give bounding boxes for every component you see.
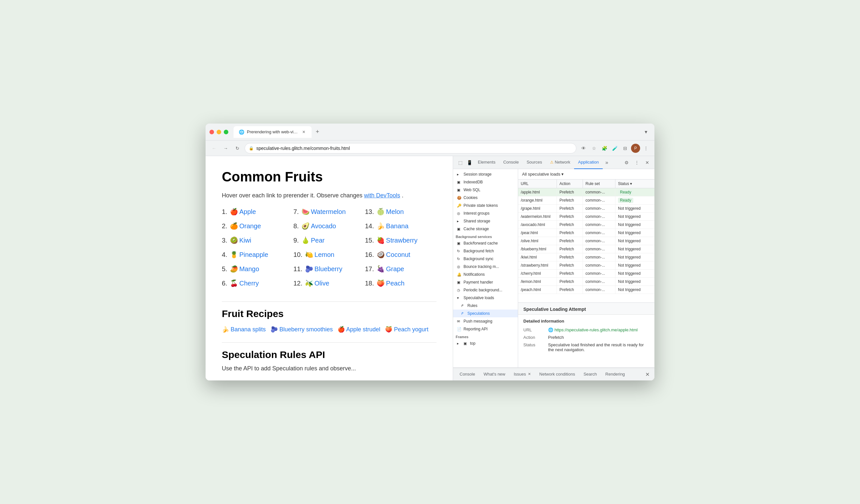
table-row[interactable]: /olive.html Prefetch common-... Not trig… — [518, 237, 655, 245]
fruit-link-melon[interactable]: Melon — [386, 208, 404, 216]
tab-application[interactable]: Application — [574, 156, 603, 169]
more-tabs-button[interactable]: » — [603, 160, 611, 165]
url-value: 🌐 https://speculative-rules.glitch.me/ap… — [548, 328, 649, 332]
active-tab[interactable]: 🌐 Prerendering with web-vitals... ✕ — [233, 126, 312, 138]
recipe-link-apple[interactable]: Apple strudel — [346, 326, 380, 333]
table-row[interactable]: /peach.html Prefetch common-... Not trig… — [518, 286, 655, 294]
devtools-link[interactable]: with DevTools — [364, 192, 400, 199]
sidebar-item-session-storage[interactable]: ▸ Session storage — [453, 170, 518, 178]
table-row[interactable]: /strawberry.html Prefetch common-... Not… — [518, 261, 655, 270]
fruit-link-kiwi[interactable]: Kiwi — [239, 237, 252, 244]
table-row[interactable]: /apple.html Prefetch common-... Ready — [518, 188, 655, 197]
speculative-dropdown[interactable]: All speculative loads ▾ — [522, 172, 564, 176]
sidebar-item-top[interactable]: ▸ ▣ top — [453, 340, 518, 347]
sidebar-item-bg-sync[interactable]: ↻ Background sync — [453, 255, 518, 263]
sidebar-item-bg-fetch[interactable]: ↻ Background fetch — [453, 247, 518, 255]
fruit-link-pineapple[interactable]: Pineapple — [239, 251, 268, 259]
split-icon[interactable]: ⊟ — [621, 144, 630, 153]
minimize-button[interactable] — [217, 130, 221, 134]
devtools-inspect-icon[interactable]: ⬚ — [456, 158, 465, 167]
recipe-link-blueberry[interactable]: Blueberry smoothies — [280, 326, 333, 333]
eyedropper-icon[interactable]: 🧪 — [610, 144, 619, 153]
bottom-close-button[interactable]: ✕ — [643, 370, 652, 379]
new-tab-button[interactable]: + — [313, 128, 322, 136]
sidebar-item-payment[interactable]: ▣ Payment handler — [453, 278, 518, 286]
sidebar-item-notifications[interactable]: 🔔 Notifications — [453, 271, 518, 278]
bottom-tab-issues[interactable]: Issues ✕ — [510, 368, 535, 380]
fruit-link-blueberry[interactable]: Blueberry — [315, 265, 343, 273]
table-row[interactable]: /blueberry.html Prefetch common-... Not … — [518, 245, 655, 253]
fruit-link-watermelon[interactable]: Watermelon — [311, 208, 346, 216]
sidebar-item-rules[interactable]: ↱ Rules — [453, 302, 518, 309]
fruit-col-3: 13. 🍈 Melon 14. 🍌 Banana 15. 🍓 Strawberr… — [365, 208, 436, 293]
url-bar[interactable]: 🔒 speculative-rules.glitch.me/common-fru… — [245, 143, 576, 154]
recipe-link-peach[interactable]: Peach yogurt — [394, 326, 428, 333]
table-row[interactable]: /avocado.html Prefetch common-... Not tr… — [518, 221, 655, 229]
bottom-tab-rendering[interactable]: Rendering — [601, 368, 629, 380]
bookmark-icon[interactable]: ☆ — [589, 144, 599, 153]
fruit-link-cherry[interactable]: Cherry — [239, 279, 259, 287]
table-row[interactable]: /kiwi.html Prefetch common-... Not trigg… — [518, 253, 655, 261]
recipe-link-banana[interactable]: Banana splits — [231, 326, 266, 333]
devtools-menu-button[interactable]: ⋮ — [632, 158, 642, 167]
sidebar-item-push-messaging[interactable]: ✉ Push messaging — [453, 317, 518, 325]
devtools-close-button[interactable]: ✕ — [643, 158, 652, 167]
fruit-link-grape[interactable]: Grape — [386, 265, 404, 273]
fruit-link-mango[interactable]: Mango — [239, 265, 259, 273]
tab-console[interactable]: Console — [499, 156, 523, 169]
fullscreen-button[interactable] — [224, 130, 228, 134]
tab-close-button[interactable]: ✕ — [301, 129, 306, 135]
table-row[interactable]: /pear.html Prefetch common-... Not trigg… — [518, 229, 655, 237]
sidebar-item-periodic-bg[interactable]: ◷ Periodic background... — [453, 286, 518, 294]
sidebar-item-speculative-loads[interactable]: ▾ Speculative loads — [453, 294, 518, 302]
sidebar-item-private-state[interactable]: 🔑 Private state tokens — [453, 202, 518, 210]
table-row[interactable]: /watermelon.html Prefetch common-... Not… — [518, 213, 655, 221]
cookie-icon: 🍪 — [457, 196, 461, 200]
col-status[interactable]: Status ▾ — [615, 179, 655, 188]
fruit-link-strawberry[interactable]: Strawberry — [386, 237, 418, 244]
table-row[interactable]: /orange.html Prefetch common-... Ready — [518, 197, 655, 204]
devtools-device-icon[interactable]: 📱 — [465, 158, 474, 167]
tab-elements[interactable]: Elements — [474, 156, 499, 169]
extension-icon[interactable]: 🧩 — [600, 144, 609, 153]
fruit-link-coconut[interactable]: Coconut — [386, 251, 411, 259]
fruit-link-pear[interactable]: Pear — [311, 237, 325, 244]
sidebar-item-bfcache[interactable]: ▣ Back/forward cache — [453, 239, 518, 247]
fruit-link-apple[interactable]: Apple — [239, 208, 256, 216]
profile-avatar[interactable]: P — [631, 144, 640, 153]
bottom-tab-search[interactable]: Search — [579, 368, 601, 380]
issues-close-icon[interactable]: ✕ — [528, 372, 531, 376]
detail-url-link[interactable]: https://speculative-rules.glitch.me/appl… — [555, 328, 638, 332]
menu-icon[interactable]: ⋮ — [642, 144, 650, 153]
sidebar-item-cache-storage[interactable]: ▣ Cache storage — [453, 225, 518, 233]
fruit-link-peach[interactable]: Peach — [386, 279, 405, 287]
settings-button[interactable]: ⚙ — [622, 158, 631, 167]
tab-sources[interactable]: Sources — [523, 156, 546, 169]
sidebar-item-cookies[interactable]: 🍪 Cookies — [453, 194, 518, 202]
sidebar-item-websql[interactable]: ▣ Web SQL — [453, 186, 518, 194]
table-row[interactable]: /lemon.html Prefetch common-... Not trig… — [518, 278, 655, 286]
sidebar-item-interest-groups[interactable]: ◎ Interest groups — [453, 210, 518, 217]
sidebar-item-bounce[interactable]: ◎ Bounce tracking m... — [453, 263, 518, 271]
sidebar-item-reporting[interactable]: 📄 Reporting API — [453, 325, 518, 333]
tab-network[interactable]: ⚠Network — [546, 156, 574, 169]
sidebar-item-shared-storage[interactable]: ▸ Shared storage — [453, 217, 518, 225]
tab-dropdown-button[interactable]: ▾ — [642, 128, 650, 136]
fruit-link-lemon[interactable]: Lemon — [315, 251, 334, 259]
fruit-link-orange[interactable]: Orange — [239, 222, 261, 230]
fruit-link-olive[interactable]: Olive — [315, 279, 329, 287]
sidebar-item-indexeddb[interactable]: ▣ IndexedDB — [453, 178, 518, 186]
fruit-link-banana[interactable]: Banana — [386, 222, 408, 230]
back-button[interactable]: ← — [210, 144, 218, 153]
eye-off-icon[interactable]: 👁 — [579, 144, 588, 153]
table-row[interactable]: /cherry.html Prefetch common-... Not tri… — [518, 270, 655, 278]
forward-button[interactable]: → — [221, 144, 230, 153]
fruit-link-avocado[interactable]: Avocado — [311, 222, 336, 230]
close-button[interactable] — [210, 130, 214, 134]
reload-button[interactable]: ↻ — [233, 144, 242, 153]
sidebar-item-speculations[interactable]: ↱ Speculations — [453, 309, 518, 317]
table-row[interactable]: /grape.html Prefetch common-... Not trig… — [518, 204, 655, 213]
bottom-tab-network-conditions[interactable]: Network conditions — [535, 368, 579, 380]
bottom-tab-console[interactable]: Console — [456, 368, 479, 380]
bottom-tab-whats-new[interactable]: What's new — [480, 368, 510, 380]
